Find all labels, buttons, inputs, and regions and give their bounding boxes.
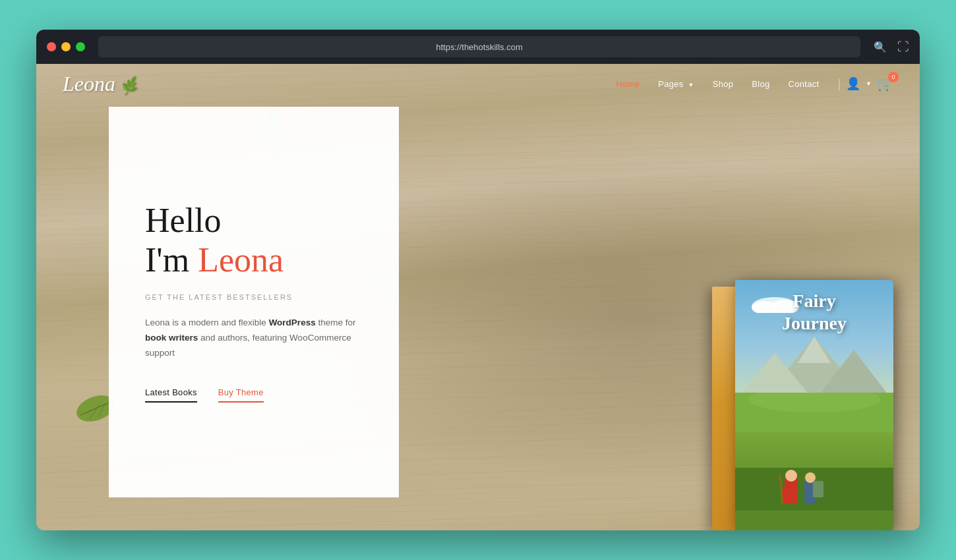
hero-hello-text: Hello: [145, 202, 363, 239]
user-dropdown-icon[interactable]: ▼: [866, 80, 872, 87]
dropdown-arrow-icon: ▼: [688, 82, 694, 88]
nav-pages[interactable]: Pages ▼: [658, 79, 694, 89]
latest-books-button[interactable]: Latest Books: [145, 387, 197, 403]
nav-shop[interactable]: Shop: [713, 79, 734, 89]
logo-leaf-icon: 🌿: [119, 76, 140, 96]
fullscreen-icon[interactable]: ⛶: [897, 40, 909, 54]
hero-description: Leona is a modern and flexible WordPress…: [145, 316, 363, 361]
svg-marker-12: [798, 337, 831, 363]
cart-icon[interactable]: 🛒 0: [877, 76, 893, 92]
nav-divider: |: [837, 77, 841, 90]
hero-name: Leona: [198, 241, 284, 279]
maximize-button[interactable]: [76, 42, 85, 51]
book-title: Fairy Journey: [735, 290, 893, 334]
navigation: Leona 🌿 Home Pages ▼ Shop Blog Contact |…: [36, 64, 920, 103]
browser-window: https://thehotskills.com 🔍 ⛶ Leona 🌿 Hom…: [36, 30, 920, 530]
books-display: Fairy Journey: [702, 267, 907, 530]
browser-chrome: https://thehotskills.com 🔍 ⛶: [36, 30, 920, 64]
user-icon[interactable]: 👤: [846, 76, 860, 91]
desc-text-2: theme for: [316, 318, 356, 327]
svg-point-19: [785, 470, 797, 482]
hero-card: Hello I'm Leona GET THE LATEST BESTSELLE…: [109, 107, 399, 497]
buy-theme-button[interactable]: Buy Theme: [218, 387, 264, 403]
hero-buttons: Latest Books Buy Theme: [145, 387, 363, 403]
hero-subtitle: GET THE LATEST BESTSELLERS: [145, 293, 363, 301]
svg-rect-20: [783, 488, 788, 504]
nav-blog[interactable]: Blog: [752, 79, 769, 89]
hero-im-text: I'm Leona: [145, 241, 363, 279]
browser-icons: 🔍 ⛶: [874, 40, 909, 54]
address-bar[interactable]: https://thehotskills.com: [98, 36, 860, 57]
site-logo[interactable]: Leona 🌿: [63, 72, 616, 96]
book-characters: [735, 468, 893, 530]
desc-text-1: Leona is a modern and flexible: [145, 318, 269, 327]
book-title-line2: Journey: [782, 313, 847, 333]
cart-badge: 0: [888, 72, 899, 82]
book-front: Fairy Journey: [735, 280, 893, 530]
search-icon[interactable]: 🔍: [874, 41, 887, 53]
nav-contact[interactable]: Contact: [788, 79, 819, 89]
book-title-line1: Fairy: [792, 291, 835, 311]
close-button[interactable]: [47, 42, 56, 51]
logo-text: Leona: [63, 72, 115, 96]
book-title-area: Fairy Journey: [735, 290, 893, 334]
url-text: https://thehotskills.com: [436, 42, 523, 52]
hero-im-label: I'm: [145, 241, 189, 279]
website-content: Leona 🌿 Home Pages ▼ Shop Blog Contact |…: [36, 64, 920, 530]
nav-user-icons: 👤 ▼ 🛒 0: [846, 76, 893, 92]
svg-rect-24: [813, 481, 823, 497]
minimize-button[interactable]: [61, 42, 71, 51]
traffic-lights: [47, 42, 85, 51]
nav-menu: Home Pages ▼ Shop Blog Contact |: [616, 77, 841, 91]
book-field: [735, 393, 893, 468]
desc-bold-1: WordPress: [269, 318, 316, 327]
book-cover: Fairy Journey: [735, 280, 893, 530]
desc-bold-2: book writers: [145, 333, 198, 343]
nav-home[interactable]: Home: [616, 79, 640, 89]
